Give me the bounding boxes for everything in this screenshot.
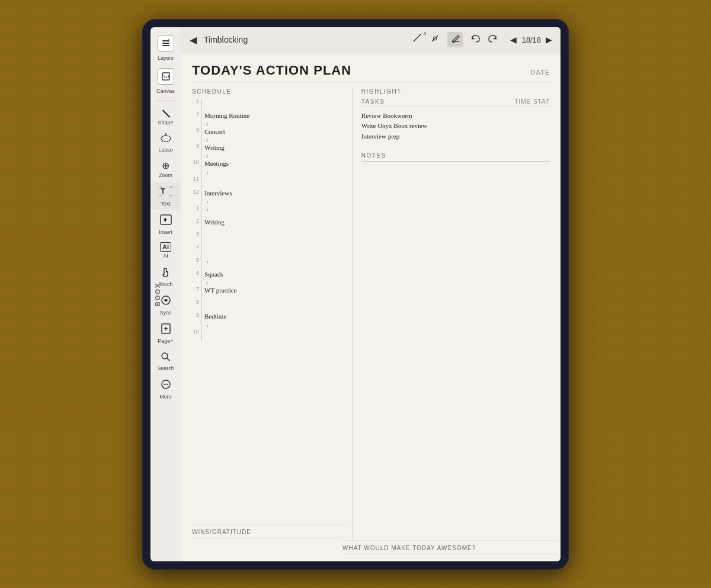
page-header: TODAY'S ACTION PLAN DATE (192, 63, 550, 82)
divider-1 (155, 101, 177, 101)
pen-badge: 3 (424, 31, 426, 36)
undo-icon (470, 33, 481, 44)
svg-point-19 (162, 353, 168, 359)
time-slot-7b: 7 WT practice (192, 286, 347, 299)
toolbar-icons: 3 (412, 32, 498, 47)
search-icon (160, 351, 172, 364)
schedule-header: SCHEDULE (192, 88, 347, 95)
svg-rect-2 (162, 45, 169, 46)
layers-icon: 1 (158, 35, 174, 52)
time-slot-9: 9 Writing↓ (192, 143, 347, 159)
prev-page-button[interactable]: ◀ (508, 34, 519, 46)
schedule-column: SCHEDULE 6 7 Morning Routine↓ (192, 88, 353, 542)
canvas-label: Canvas (156, 88, 175, 94)
task-2: Write Onyx Boox review (361, 121, 550, 131)
tasks-header-row: TASKS TIME STAT (361, 98, 550, 107)
time-slot-5: 5 ↓ (192, 257, 347, 270)
date-label: DATE (530, 69, 550, 76)
svg-line-20 (167, 358, 170, 361)
awesome-section: WHAT WOULD MAKE TODAY AWESOME? (342, 541, 558, 558)
sidebar-item-shape[interactable]: | Shape (152, 105, 180, 128)
svg-text:1: 1 (168, 38, 170, 42)
redo-button[interactable] (488, 33, 498, 46)
sidebar-item-canvas[interactable]: 1x1 Canvas (152, 65, 180, 97)
text-icon: T (159, 185, 172, 200)
canvas-icon: 1x1 (158, 68, 174, 85)
time-slot-10b: 10 (192, 329, 347, 342)
lasso-label: Lasso (158, 147, 172, 153)
time-slot-1: 1 ↓ (192, 205, 347, 218)
highlight-header: HIGHLIGHT (361, 88, 550, 95)
sidebar-item-layers[interactable]: 1 Layers (152, 32, 180, 64)
schedule-area: 6 7 Morning Routine↓ 8 (192, 98, 347, 521)
eraser-button[interactable] (447, 32, 463, 47)
ai-label: AI (163, 253, 168, 259)
toolbar-title: Timblocking (204, 35, 407, 44)
text-label: Text (161, 201, 171, 207)
page-body: TODAY'S ACTION PLAN DATE SCHEDULE 6 (181, 53, 561, 561)
note-area: TODAY'S ACTION PLAN DATE SCHEDULE 6 (181, 53, 561, 561)
zoom-icon: ⊕ (162, 160, 169, 171)
sync-label: Sync (159, 310, 171, 316)
undo-button[interactable] (470, 33, 481, 46)
awesome-label: WHAT WOULD MAKE TODAY AWESOME? (342, 545, 558, 554)
sidebar-item-insert[interactable]: Insert (152, 211, 180, 238)
ai-icon: AI (160, 242, 171, 252)
sidebar-item-ai[interactable]: AI AI (152, 239, 180, 262)
tasks-label: TASKS (361, 98, 385, 105)
search-label: Search (157, 365, 174, 371)
time-slot-10: 10 Meetings↓ (192, 159, 347, 175)
sidebar-item-zoom[interactable]: ⊕ Zoom (152, 157, 180, 181)
main-content: ◀ Timblocking 3 (181, 27, 561, 561)
sidebar-item-more[interactable]: More (152, 375, 180, 403)
pen-icon (412, 33, 422, 44)
insert-icon (159, 214, 172, 228)
layers-label: Layers (158, 55, 174, 61)
eraser-icon (450, 33, 460, 44)
insert-label: Insert (159, 229, 172, 235)
time-slot-8b: 8 (192, 299, 347, 312)
sidebar-item-lasso[interactable]: Lasso (152, 130, 180, 156)
time-slot-4: 4 (192, 244, 347, 257)
brush-button[interactable] (430, 33, 440, 46)
touch-icon (159, 266, 172, 280)
svg-point-6 (161, 136, 171, 142)
page-indicator: 18/18 (521, 36, 541, 44)
time-slot-6: 6 (192, 98, 347, 111)
wins-label: WINS/GRATITUDE (192, 529, 341, 538)
time-slot-2: 2 Writing (192, 218, 347, 231)
back-button[interactable]: ◀ (187, 32, 199, 48)
time-slot-12: 12 Interviews↓ (192, 189, 347, 205)
highlight-column: HIGHLIGHT TASKS TIME STAT Review Bookwor… (353, 88, 550, 542)
time-slot-7: 7 Morning Routine↓ (192, 111, 347, 127)
sidebar-item-text[interactable]: T Text (152, 182, 180, 210)
time-slot-8: 8 Concert↓ (192, 127, 347, 143)
time-slot-6b: 6 Squads↓ (192, 270, 347, 286)
shape-icon: | (161, 108, 170, 117)
svg-point-23 (165, 384, 166, 385)
sidebar-item-pageplus[interactable]: Page+ (152, 320, 180, 347)
svg-point-24 (167, 384, 168, 385)
brand-label: BOOX (154, 282, 161, 306)
pageplus-icon (159, 323, 172, 337)
svg-point-22 (164, 384, 165, 385)
time-stat-label: TIME STAT (514, 98, 550, 105)
more-icon (159, 378, 172, 393)
time-slot-11: 11 (192, 176, 347, 189)
lasso-icon (160, 133, 172, 146)
svg-text:1x1: 1x1 (163, 75, 169, 79)
notes-label: NOTES (361, 152, 550, 162)
device: BOOX 1 Layers 1x1 Canvas (142, 19, 569, 570)
pen-button[interactable]: 3 (412, 33, 422, 46)
svg-point-15 (165, 299, 167, 301)
tasks-section: TASKS TIME STAT Review Bookworm Write On… (361, 98, 550, 142)
sidebar-item-search[interactable]: Search (152, 348, 180, 374)
next-page-button[interactable]: ▶ (543, 34, 555, 46)
page-nav: ◀ 18/18 ▶ (508, 34, 555, 46)
page-title: TODAY'S ACTION PLAN (192, 63, 351, 78)
redo-icon (488, 33, 498, 44)
task-1: Review Bookworm (361, 111, 550, 121)
wins-section: WINS/GRATITUDE (192, 525, 347, 542)
toolbar: ◀ Timblocking 3 (181, 27, 561, 53)
task-3: Interview prep (361, 131, 550, 142)
